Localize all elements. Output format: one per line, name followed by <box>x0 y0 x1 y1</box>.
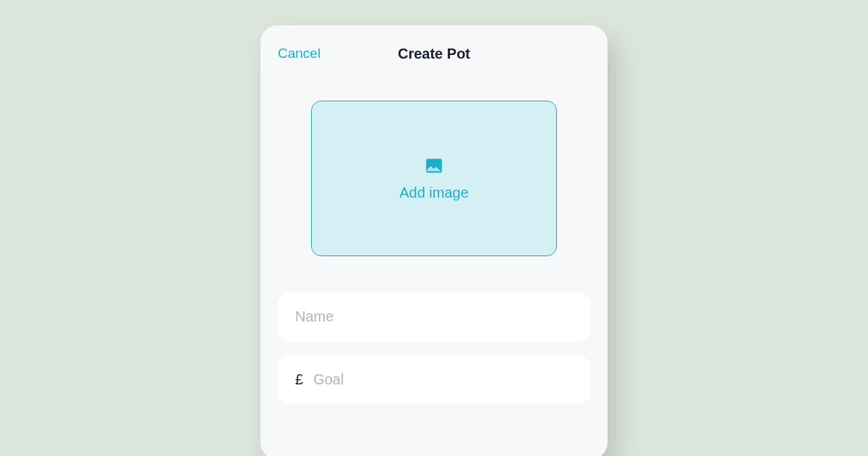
goal-input[interactable] <box>313 371 573 388</box>
cancel-button[interactable]: Cancel <box>278 46 320 62</box>
name-input[interactable] <box>295 308 573 325</box>
modal-title: Create Pot <box>398 46 470 62</box>
create-pot-modal: Cancel Create Pot Add image £ <box>260 25 608 456</box>
add-image-label: Add image <box>399 185 469 201</box>
name-field-wrapper <box>278 292 590 341</box>
add-image-upload[interactable]: Add image <box>311 101 557 256</box>
currency-symbol: £ <box>295 371 303 388</box>
modal-header: Cancel Create Pot <box>278 43 590 64</box>
goal-field-wrapper: £ <box>278 355 590 404</box>
image-icon <box>424 156 444 176</box>
